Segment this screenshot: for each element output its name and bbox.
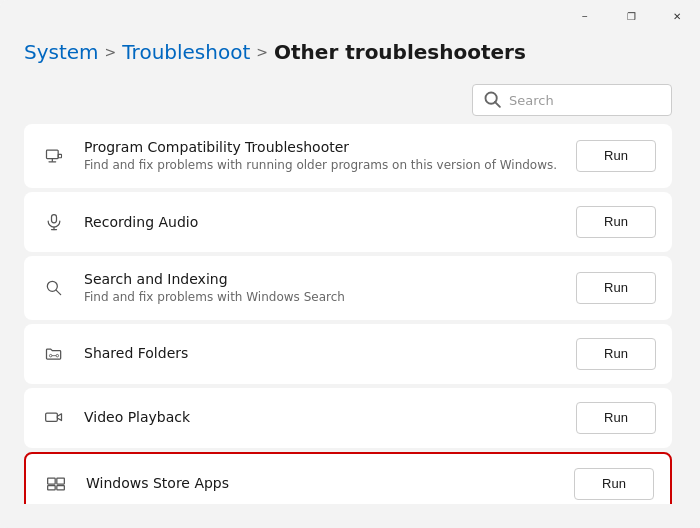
run-shared-folders-button[interactable]: Run: [576, 338, 656, 370]
recording-audio-title: Recording Audio: [84, 213, 560, 231]
compatibility-icon: [40, 142, 68, 170]
svg-rect-2: [47, 150, 59, 158]
microphone-icon: [40, 208, 68, 236]
search-bar-container: Search: [24, 84, 672, 116]
run-windows-store-apps-button[interactable]: Run: [574, 468, 654, 500]
search-indexing-description: Find and fix problems with Windows Searc…: [84, 290, 560, 306]
troubleshooter-item-search-indexing: Search and Indexing Find and fix problem…: [24, 256, 672, 320]
video-playback-content: Video Playback: [84, 408, 560, 426]
breadcrumb-current: Other troubleshooters: [274, 40, 526, 64]
troubleshooter-list: Program Compatibility Troubleshooter Fin…: [24, 124, 672, 504]
svg-line-10: [56, 290, 61, 295]
breadcrumb-system[interactable]: System: [24, 40, 99, 64]
breadcrumb: System > Troubleshoot > Other troublesho…: [24, 32, 676, 84]
video-playback-title: Video Playback: [84, 408, 560, 426]
troubleshooter-item-video-playback: Video Playback Run: [24, 388, 672, 448]
breadcrumb-separator-1: >: [105, 44, 117, 60]
search-indexing-content: Search and Indexing Find and fix problem…: [84, 270, 560, 306]
svg-rect-18: [57, 485, 65, 489]
maximize-button[interactable]: ❐: [608, 0, 654, 32]
troubleshooter-item-windows-store-apps: Windows Store Apps Run: [24, 452, 672, 504]
breadcrumb-troubleshoot[interactable]: Troubleshoot: [122, 40, 250, 64]
scroll-area[interactable]: Search Program Comp: [24, 84, 676, 504]
recording-audio-content: Recording Audio: [84, 213, 560, 231]
close-button[interactable]: ✕: [654, 0, 700, 32]
search-placeholder: Search: [509, 93, 554, 108]
search-icon: [483, 90, 503, 110]
program-compatibility-title: Program Compatibility Troubleshooter: [84, 138, 560, 156]
run-search-indexing-button[interactable]: Run: [576, 272, 656, 304]
windows-store-apps-content: Windows Store Apps: [86, 474, 558, 492]
svg-rect-17: [48, 485, 56, 489]
shared-folders-title: Shared Folders: [84, 344, 560, 362]
shared-folders-content: Shared Folders: [84, 344, 560, 362]
troubleshooter-item-program-compatibility: Program Compatibility Troubleshooter Fin…: [24, 124, 672, 188]
troubleshooter-item-shared-folders: Shared Folders Run: [24, 324, 672, 384]
title-bar: − ❐ ✕: [0, 0, 700, 32]
search-box[interactable]: Search: [472, 84, 672, 116]
windows-store-apps-icon: [42, 470, 70, 498]
run-program-compatibility-button[interactable]: Run: [576, 140, 656, 172]
run-video-playback-button[interactable]: Run: [576, 402, 656, 434]
svg-rect-14: [46, 413, 58, 421]
minimize-button[interactable]: −: [562, 0, 608, 32]
program-compatibility-description: Find and fix problems with running older…: [84, 158, 560, 174]
svg-rect-6: [52, 214, 57, 222]
content-area: System > Troubleshoot > Other troublesho…: [0, 32, 700, 528]
troubleshooter-item-recording-audio: Recording Audio Run: [24, 192, 672, 252]
search-indexing-title: Search and Indexing: [84, 270, 560, 288]
svg-point-12: [56, 354, 59, 357]
breadcrumb-separator-2: >: [256, 44, 268, 60]
video-playback-icon: [40, 404, 68, 432]
shared-folders-icon: [40, 340, 68, 368]
title-bar-controls: − ❐ ✕: [562, 0, 700, 32]
svg-rect-15: [48, 478, 56, 484]
svg-line-1: [495, 102, 500, 107]
svg-rect-5: [58, 154, 61, 157]
run-recording-audio-button[interactable]: Run: [576, 206, 656, 238]
windows-store-apps-title: Windows Store Apps: [86, 474, 558, 492]
program-compatibility-content: Program Compatibility Troubleshooter Fin…: [84, 138, 560, 174]
svg-rect-16: [57, 478, 65, 484]
svg-point-11: [49, 354, 52, 357]
settings-window: − ❐ ✕ System > Troubleshoot > Other trou…: [0, 0, 700, 528]
search-indexing-icon: [40, 274, 68, 302]
